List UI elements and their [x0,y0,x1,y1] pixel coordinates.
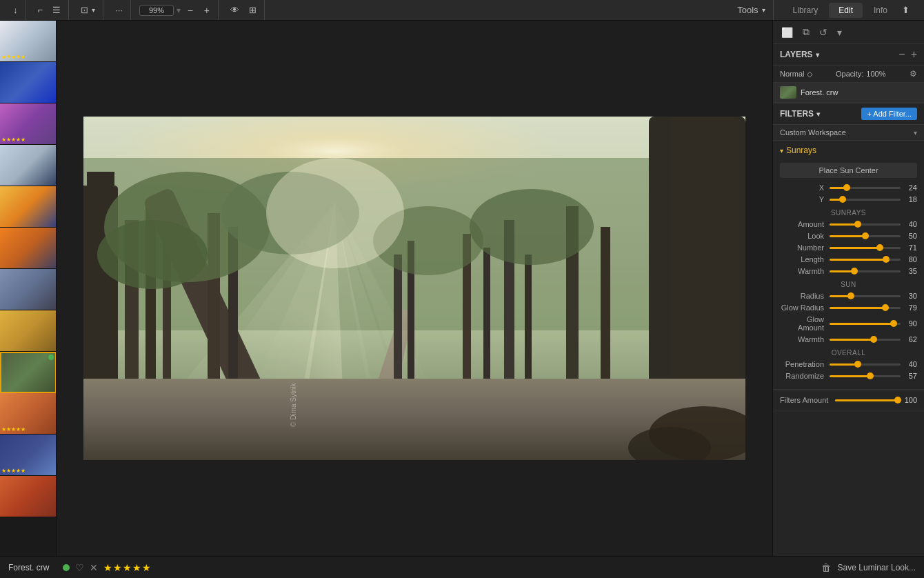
film-item-arctic[interactable]: ★★★★★ [0,21,57,62]
randomize-thumb[interactable] [867,372,874,379]
look-value: 50 [901,232,917,240]
film-item-arch[interactable] [0,476,57,517]
dots-menu-button[interactable]: ··· [112,3,126,17]
bottom-indicators: ♡ ✕ ★★★★★ [63,562,152,573]
toolbar-group-preview: 👁 ⊞ [223,0,265,20]
film-item-sun[interactable] [0,186,57,228]
layers-minimize-button[interactable]: − [898,48,905,61]
save-luminar-look-button[interactable]: Save Luminar Look... [838,563,916,572]
compare-button[interactable]: ⊞ [245,3,260,17]
layers-title[interactable]: LAYERS ▾ [780,50,819,59]
panel-icon-more[interactable]: ▾ [834,26,845,39]
delete-button[interactable]: 🗑 [821,562,831,573]
filters-header: FILTERS ▾ + Add Filter... [773,103,924,125]
zoom-value[interactable]: 99% [139,5,174,16]
radius-slider[interactable] [830,295,901,297]
glow-radius-slider[interactable] [830,307,901,309]
filters-title[interactable]: FILTERS ▾ [780,109,820,119]
radius-thumb[interactable] [847,292,854,299]
filters-amount-thumb[interactable] [894,397,901,403]
glow-radius-value: 79 [901,303,917,312]
number-value: 71 [901,243,917,252]
heart-icon[interactable]: ♡ [75,562,84,573]
film-item-forest[interactable] [0,352,57,393]
filters-section: FILTERS ▾ + Add Filter... Custom Workspa… [773,103,924,410]
reject-icon[interactable]: ✕ [90,562,98,573]
penetration-thumb[interactable] [854,361,861,368]
glow-amount-slider[interactable] [830,323,901,325]
add-filter-button[interactable]: + Add Filter... [861,108,917,120]
layer-gear-button[interactable]: ⚙ [910,69,917,79]
place-sun-center-button[interactable]: Place Sun Center [780,163,917,178]
filters-label: FILTERS [780,109,814,119]
panel-icon-row: ⬜ ⧉ ↺ ▾ [773,21,924,44]
sun-warmth-label: Warmth [780,335,830,343]
glow-amount-thumb[interactable] [890,320,897,327]
sun-x-thumb[interactable] [843,184,850,191]
sun-warmth-row: Warmth 62 [780,335,917,343]
length-value: 80 [901,255,917,263]
film-item-ocean[interactable] [0,62,57,103]
sun-y-slider[interactable] [830,199,901,201]
sun-warmth-slider[interactable] [830,339,901,341]
sunrays-warmth-slider[interactable] [830,270,901,272]
layer-item-forest[interactable]: Forest. crw [773,83,924,103]
import-button[interactable]: ↓ [10,3,21,17]
film-item-field[interactable] [0,310,57,352]
svg-rect-37 [83,117,745,460]
film-item-canyon[interactable]: ★★★★★ [0,393,57,435]
penetration-slider[interactable] [830,363,901,366]
share-button[interactable]: ⬆ [898,3,913,17]
layers-add-button[interactable]: + [911,48,917,61]
sun-warmth-fill [830,339,874,341]
number-thumb[interactable] [876,244,883,251]
number-label: Number [780,243,830,252]
preview-button[interactable]: 👁 [227,3,243,17]
sun-x-slider[interactable] [830,187,901,189]
bottom-right: 🗑 Save Luminar Look... [821,562,916,573]
sun-y-thumb[interactable] [839,196,846,203]
tab-edit[interactable]: Edit [829,3,863,18]
film-item-lake[interactable]: ★★★★★ [0,435,57,476]
look-fill [830,235,865,237]
crop-button[interactable]: ⌐ [34,3,47,17]
tab-info[interactable]: Info [864,3,897,18]
amount-slider[interactable] [830,223,901,226]
length-thumb[interactable] [883,256,890,263]
layers-section: LAYERS ▾ − + Normal ◇ Opacity: 100% ⚙ [773,44,924,103]
look-slider[interactable] [830,235,901,237]
amount-fill [830,223,858,226]
film-item-mist[interactable] [0,269,57,310]
film-item-sunset[interactable] [0,228,57,269]
glow-radius-fill [830,307,885,309]
canvas-size-button[interactable]: ⊡ ▾ [77,3,99,17]
randomize-slider[interactable] [830,375,901,377]
panel-icon-image[interactable]: ⬜ [779,26,796,39]
toolbar-group-tools: Tools ▾ [730,0,773,20]
amount-thumb[interactable] [854,221,861,228]
sunrays-warmth-thumb[interactable] [851,268,858,275]
rating-stars[interactable]: ★★★★★ [103,562,152,573]
film-item-purple[interactable]: ★★★★★ [0,103,57,145]
opacity-control: Opacity: 100% [836,70,886,78]
zoom-in-button[interactable]: + [200,3,214,17]
sunrays-section: ▾ Sunrays Place Sun Center X [773,141,924,390]
list-button[interactable]: ☰ [49,3,64,17]
look-thumb[interactable] [862,232,869,239]
amount-value: 40 [901,220,917,228]
sun-warmth-thumb[interactable] [870,336,877,343]
film-item-snow[interactable] [0,145,57,186]
tools-button[interactable]: Tools ▾ [734,3,768,17]
glow-radius-thumb[interactable] [882,304,889,311]
sunrays-header[interactable]: ▾ Sunrays [773,141,924,160]
tab-library[interactable]: Library [783,3,828,18]
sunrays-warmth-label: Warmth [780,267,830,275]
length-slider[interactable] [830,259,901,261]
zoom-out-button[interactable]: − [183,3,197,17]
number-slider[interactable] [830,247,901,249]
layers-chevron: ▾ [816,51,819,59]
blend-mode-selector[interactable]: Normal ◇ [780,70,812,79]
filters-amount-slider[interactable] [835,399,898,401]
panel-icon-history[interactable]: ↺ [816,26,830,39]
panel-icon-layers[interactable]: ⧉ [800,25,812,39]
